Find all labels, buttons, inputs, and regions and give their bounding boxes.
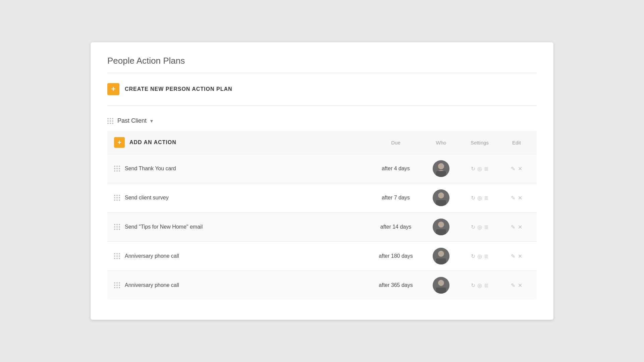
dot xyxy=(107,123,109,124)
edit-col: ✎ ✕ xyxy=(503,253,530,259)
col-edit-header: Edit xyxy=(503,140,530,145)
dot xyxy=(116,197,118,198)
table-row: Anniversary phone call after 180 days ↻ … xyxy=(107,241,537,270)
delete-x-icon[interactable]: ✕ xyxy=(518,166,522,172)
delete-x-icon[interactable]: ✕ xyxy=(518,282,522,289)
edit-pencil-icon[interactable]: ✎ xyxy=(511,282,515,289)
edit-pencil-icon[interactable]: ✎ xyxy=(511,224,515,230)
settings-col: ↻ ◎ ≣ xyxy=(460,282,500,289)
dot xyxy=(119,224,120,225)
plan-name-dropdown[interactable]: Past Client ▼ xyxy=(117,117,154,124)
list-icon[interactable]: ≣ xyxy=(484,195,488,201)
edit-pencil-icon[interactable]: ✎ xyxy=(511,166,515,172)
who-avatar-col xyxy=(426,189,456,206)
edit-pencil-icon[interactable]: ✎ xyxy=(511,195,515,201)
dot xyxy=(114,287,115,288)
edit-col: ✎ ✕ xyxy=(503,224,530,230)
row-drag-handle[interactable] xyxy=(114,253,120,259)
dot xyxy=(119,168,120,169)
action-name: Anniversary phone call xyxy=(125,282,179,288)
svg-rect-16 xyxy=(436,288,446,294)
svg-rect-10 xyxy=(436,229,446,235)
delete-x-icon[interactable]: ✕ xyxy=(518,253,522,259)
list-icon[interactable]: ≣ xyxy=(484,166,488,172)
list-icon[interactable]: ≣ xyxy=(484,224,488,230)
refresh-icon[interactable]: ↻ xyxy=(471,224,475,230)
edit-col: ✎ ✕ xyxy=(503,195,530,201)
refresh-icon[interactable]: ↻ xyxy=(471,166,475,172)
dot xyxy=(119,287,120,288)
refresh-icon[interactable]: ↻ xyxy=(471,253,475,259)
col-settings-header: Settings xyxy=(460,140,500,145)
visibility-icon[interactable]: ◎ xyxy=(477,253,482,259)
create-plan-button[interactable]: + xyxy=(107,83,119,95)
row-drag-handle[interactable] xyxy=(114,282,120,288)
dot xyxy=(114,285,115,286)
due-value: after 4 days xyxy=(369,166,423,172)
create-plan-label: CREATE NEW PERSON ACTION PLAN xyxy=(125,86,232,92)
dot xyxy=(114,195,115,196)
chevron-down-icon: ▼ xyxy=(149,118,154,124)
row-drag-handle[interactable] xyxy=(114,195,120,201)
list-icon[interactable]: ≣ xyxy=(484,282,488,289)
delete-x-icon[interactable]: ✕ xyxy=(518,224,522,230)
dot xyxy=(107,118,109,119)
dot xyxy=(116,255,118,257)
dot xyxy=(119,197,120,198)
visibility-icon[interactable]: ◎ xyxy=(477,282,482,289)
row-action-col: Send Thank You card xyxy=(114,166,366,172)
table-row: Send "Tips for New Home" email after 14 … xyxy=(107,212,537,241)
actions-table: + ADD AN ACTION Due Who Settings Edit xyxy=(107,131,537,300)
svg-point-12 xyxy=(438,251,444,257)
edit-col: ✎ ✕ xyxy=(503,166,530,172)
dot xyxy=(112,123,113,124)
plan-name-label: Past Client xyxy=(117,117,147,124)
refresh-icon[interactable]: ↻ xyxy=(471,282,475,289)
delete-x-icon[interactable]: ✕ xyxy=(518,195,522,201)
dot xyxy=(110,120,111,122)
svg-point-3 xyxy=(438,163,444,169)
settings-col: ↻ ◎ ≣ xyxy=(460,224,500,230)
refresh-icon[interactable]: ↻ xyxy=(471,195,475,201)
plan-section: Past Client ▼ + ADD AN ACTION Due Who Se… xyxy=(107,117,537,300)
svg-rect-7 xyxy=(436,200,446,206)
due-value: after 7 days xyxy=(369,195,423,201)
dot xyxy=(114,168,115,169)
dot xyxy=(114,229,115,230)
table-row: Send Thank You card after 4 days xyxy=(107,154,537,183)
avatar xyxy=(433,248,449,264)
due-value: after 180 days xyxy=(369,253,423,259)
settings-col: ↻ ◎ ≣ xyxy=(460,166,500,172)
action-name: Send Thank You card xyxy=(125,166,176,172)
dot xyxy=(114,199,115,201)
visibility-icon[interactable]: ◎ xyxy=(477,224,482,230)
list-icon[interactable]: ≣ xyxy=(484,253,488,259)
add-action-button[interactable]: + xyxy=(114,137,125,148)
visibility-icon[interactable]: ◎ xyxy=(477,195,482,201)
edit-pencil-icon[interactable]: ✎ xyxy=(511,253,515,259)
avatar-image xyxy=(433,277,449,294)
dot xyxy=(116,170,118,172)
dot xyxy=(116,195,118,196)
dot xyxy=(107,120,109,122)
svg-rect-13 xyxy=(436,258,446,264)
plan-drag-handle[interactable] xyxy=(107,118,113,124)
row-action-col: Send "Tips for New Home" email xyxy=(114,224,366,230)
action-name: Send "Tips for New Home" email xyxy=(125,224,203,230)
svg-rect-4 xyxy=(436,171,446,177)
dot xyxy=(119,226,120,228)
row-drag-handle[interactable] xyxy=(114,224,120,230)
edit-col: ✎ ✕ xyxy=(503,282,530,289)
dot xyxy=(110,118,111,119)
avatar xyxy=(433,189,449,206)
avatar xyxy=(433,277,449,294)
dot xyxy=(112,120,113,122)
dot xyxy=(119,258,120,259)
dot xyxy=(119,229,120,230)
row-drag-handle[interactable] xyxy=(114,166,120,172)
dot xyxy=(116,168,118,169)
visibility-icon[interactable]: ◎ xyxy=(477,166,482,172)
dot xyxy=(114,226,115,228)
dot xyxy=(119,282,120,284)
row-action-col: Anniversary phone call xyxy=(114,253,366,259)
